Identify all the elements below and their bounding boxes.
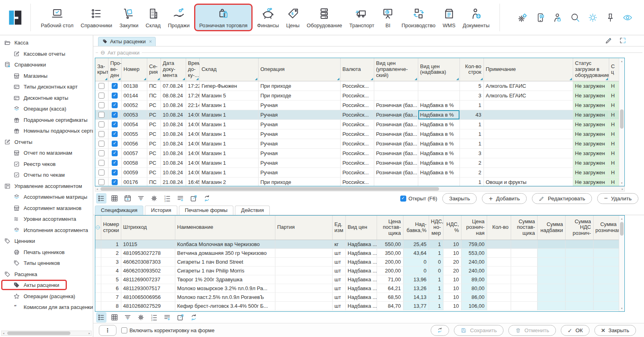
refresh-button[interactable] <box>431 325 449 336</box>
acts-table-row[interactable]: 00138ПС07.08.2417:22Гипер-ФьюженПри прих… <box>95 81 619 91</box>
posted-checkbox[interactable] <box>112 170 118 176</box>
posted-checkbox[interactable] <box>112 83 118 89</box>
nav-item-desktop[interactable]: Рабочий стол <box>37 4 77 31</box>
column-header[interactable]: Валюта <box>340 58 374 81</box>
column-header[interactable]: Сумма постав-щика <box>511 216 537 240</box>
acts-horizontal-scrollbar[interactable]: ◂ ▸ <box>95 186 625 192</box>
sidebar-item-store-report[interactable]: Отчет по магазинам <box>0 147 93 159</box>
feedback-chat-icon[interactable] <box>535 12 546 23</box>
spec-table-row[interactable]: 84810268027529Кефир брест-литовск 3.4-4%… <box>95 301 619 310</box>
sidebar-item-assortment-mgmt[interactable]: Управление ассортиментом <box>0 181 93 192</box>
acts-table-row[interactable]: 00058РС10.08.2414:00Магазин 1РучнаяРосси… <box>95 158 619 167</box>
spec-vertical-scrollbar[interactable]: ▴ ▾ <box>619 216 624 311</box>
settings-gear-icon[interactable] <box>136 312 146 323</box>
fullscreen-icon[interactable] <box>619 37 626 44</box>
column-header[interactable]: Про-ве-ден <box>108 58 121 81</box>
spec-table-row[interactable]: 34606203087303Сигареты 1 пач Bond Street… <box>95 257 619 266</box>
sidebar-item-stores[interactable]: Магазины <box>0 71 93 82</box>
scroll-left-arrow-icon[interactable]: ◂ <box>96 187 98 191</box>
sidebar-item-price-tags[interactable]: Ценники <box>0 236 93 247</box>
sidebar-item-cash-reports[interactable]: Кассовые отчеты <box>0 48 93 60</box>
nav-item-directories[interactable]: Справочники <box>77 4 116 31</box>
spec-table-row[interactable]: 110115Колбаса Молочная вар ЧеркизовокгНа… <box>95 240 619 248</box>
sidebar-item-operations-pricing[interactable]: Операции (расценка) <box>0 291 93 302</box>
open-f6-checkbox[interactable]: Открыт (F6) <box>400 196 437 202</box>
nav-item-finance[interactable]: Финансы <box>253 4 283 31</box>
column-header[interactable]: Кол-во строк <box>459 58 484 81</box>
brightness-icon[interactable] <box>588 12 598 23</box>
column-header[interactable]: Статус загрузки в оборудование <box>573 58 609 81</box>
nav-item-equipment[interactable]: Оборудование <box>303 4 345 31</box>
scroll-right-arrow-icon[interactable]: ▸ <box>88 331 90 335</box>
scroll-right-arrow-icon[interactable]: ▸ <box>622 187 623 191</box>
scrollbar-thumb[interactable] <box>620 109 624 129</box>
nav-item-retail[interactable]: Розничная торговля <box>195 5 252 30</box>
column-header[interactable]: Над-бавка,% <box>403 216 429 240</box>
closed-checkbox[interactable] <box>98 131 104 137</box>
user-lock-icon[interactable] <box>552 12 563 23</box>
spec-table-row[interactable]: 74810065006956Молоко паст.2.5% пл.0.9л Р… <box>95 293 619 301</box>
closed-checkbox[interactable] <box>98 179 104 185</box>
scroll-left-arrow-icon[interactable]: ◂ <box>3 331 4 335</box>
close-document-button[interactable]: Закрыть <box>442 193 477 204</box>
column-header[interactable]: Вид цен (управленче-ский) <box>374 58 418 81</box>
detail-tab-print-forms[interactable]: Печатные формы <box>179 206 234 215</box>
scroll-up-arrow-icon[interactable]: ▴ <box>619 216 624 221</box>
column-header[interactable]: Сумма надбавки <box>537 216 565 240</box>
calendar-icon[interactable] <box>122 193 133 204</box>
sidebar-item-discount-cards[interactable]: Дисконтные карты <box>0 93 93 104</box>
settings-gear-icon[interactable] <box>149 193 159 204</box>
column-header[interactable]: Примечание <box>484 58 573 81</box>
numbered-list-icon[interactable] <box>162 193 173 204</box>
sidebar-item-pricing-act-commissions[interactable]: Комиссии для акта расценки <box>0 302 93 313</box>
closed-checkbox[interactable] <box>98 121 104 127</box>
sidebar-item-receipt-register[interactable]: Реестр чеков <box>0 159 93 170</box>
numbered-list-icon[interactable] <box>149 312 159 323</box>
scrollbar-thumb[interactable] <box>7 331 70 335</box>
acts-table-row[interactable]: 00053РС10.08.2414:00Магазин 1РучнаяРосси… <box>95 110 619 119</box>
sidebar-item-price-tag-types[interactable]: Типы ценников <box>0 258 93 269</box>
sidebar-item-reports[interactable]: Отчеты <box>0 137 93 148</box>
column-header[interactable]: Цена постав-щика <box>377 216 403 240</box>
column-header[interactable]: Партия <box>275 216 332 240</box>
column-header[interactable]: Дата доку-мента <box>160 58 186 81</box>
column-header[interactable]: Вид цен <box>345 216 377 240</box>
column-header[interactable]: НДС, % <box>443 216 461 240</box>
refresh-icon[interactable] <box>189 312 199 323</box>
detail-tab-history[interactable]: История <box>145 206 177 215</box>
tab-close-icon[interactable]: × <box>149 38 152 44</box>
search-icon[interactable] <box>570 12 580 23</box>
open-window-icon[interactable] <box>175 312 186 323</box>
sidebar-item-pricing-acts[interactable]: Акты расценки <box>0 280 93 291</box>
checkbox-checked[interactable] <box>400 196 406 202</box>
column-header[interactable]: Врем до-ку-... <box>186 58 199 81</box>
closed-checkbox[interactable] <box>98 150 104 156</box>
closed-checkbox[interactable] <box>98 83 104 89</box>
sidebar-item-assortment-matrices[interactable]: Ассортиментные матрицы <box>0 192 93 203</box>
sidebar-horizontal-scrollbar[interactable]: ◂ ▸ <box>1 331 92 336</box>
filter-icon[interactable] <box>122 312 133 323</box>
column-header[interactable]: Номер строки <box>101 216 121 240</box>
acts-vertical-scrollbar[interactable]: ▴ ▾ <box>619 58 624 186</box>
nav-item-transport[interactable]: Транспорт <box>346 4 378 31</box>
sidebar-item-gift-certificates[interactable]: Подарочные сертификаты <box>0 115 93 126</box>
acts-table-row[interactable]: 00052РС10.08.2422:14Магазин 1РучнаяРосси… <box>95 100 619 110</box>
posted-checkbox[interactable] <box>112 141 118 147</box>
spec-table-row[interactable]: 64811293007517Молоко мозырское 3.2% пл.0… <box>95 284 619 293</box>
scroll-down-arrow-icon[interactable]: ▾ <box>619 181 624 185</box>
checkbox-unchecked[interactable] <box>121 327 127 333</box>
edit-button[interactable]: Редактировать <box>532 193 592 204</box>
column-header[interactable]: Цена рознич-ная <box>461 216 487 240</box>
closed-checkbox[interactable] <box>98 93 104 99</box>
column-header[interactable]: Ед. изм <box>332 216 345 240</box>
sidebar-item-gift-denominations[interactable]: Номиналы подарочных серти <box>0 125 93 137</box>
close-form-button[interactable]: Закрыть <box>594 325 636 336</box>
nav-item-prices[interactable]: Цены <box>283 4 303 31</box>
delete-button[interactable]: Удалить <box>597 193 638 204</box>
sidebar-item-assortment-executions[interactable]: Исполнения ассортимента <box>0 225 93 236</box>
column-header[interactable]: Сумма розничная <box>593 216 619 240</box>
rows-view-icon[interactable] <box>96 312 106 323</box>
scroll-up-arrow-icon[interactable]: ▴ <box>619 59 624 63</box>
tab-acts-rascenki[interactable]: Акты расценки × <box>98 37 156 46</box>
spec-table-row[interactable]: 54811269007237Творог 1% 200г Здравушкашт… <box>95 275 619 284</box>
